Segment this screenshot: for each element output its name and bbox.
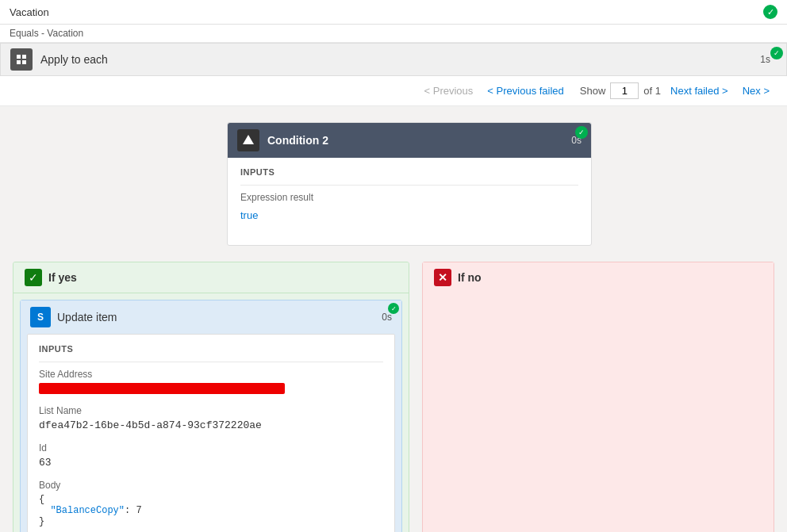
equals-vacation-label: Equals - Vacation [10,28,83,39]
expression-result-value: true [240,206,578,224]
next-button[interactable]: Nex > [738,83,774,98]
navigation-row: < Previous < Previous failed Show of 1 N… [0,76,787,106]
update-item-block: S Update item 0s ✓ INPUTS Site Address [20,300,402,532]
top-bar-left: Vacation [10,6,49,18]
svg-rect-0 [17,55,21,59]
id-field: Id 63 [39,442,383,469]
update-item-body: INPUTS Site Address List Name dfea47b2-1… [27,334,395,532]
if-yes-label: If yes [48,271,77,284]
svg-rect-1 [22,55,26,59]
show-label: Show [580,85,606,97]
svg-rect-2 [17,60,21,64]
main-content: Condition 2 0s ✓ INPUTS Expression resul… [0,106,787,532]
list-name-field: List Name dfea47b2-16be-4b5d-a874-93cf37… [39,405,383,431]
if-no-branch: ✕ If no [422,262,774,532]
update-item-title: Update item [57,311,375,323]
expression-result-label: Expression result [240,192,578,203]
condition2-block: Condition 2 0s ✓ INPUTS Expression resul… [227,122,592,246]
update-item-success: ✓ [388,303,399,314]
body-field: Body { "BalanceCopy": 7 } [39,480,383,527]
if-no-label: If no [458,271,482,284]
condition2-section-title: INPUTS [240,167,578,177]
previous-failed-button[interactable]: < Previous failed [482,83,568,98]
update-section-title: INPUTS [39,344,383,354]
update-item-header: S Update item 0s ✓ [21,300,401,334]
condition2-success: ✓ [575,126,588,139]
apply-each-success: ✓ [770,47,783,59]
apply-each-time: 1s [760,54,770,65]
apply-each-row[interactable]: Apply to each 1s ✓ [0,43,787,76]
success-indicator-top: ✓ [763,5,777,19]
if-no-icon: ✕ [434,269,451,286]
show-input[interactable] [610,82,639,99]
condition2-header: Condition 2 0s ✓ [228,123,591,158]
if-yes-branch: ✓ If yes S Update item 0s ✓ INPUTS Site … [13,262,409,532]
sharepoint-icon: S [30,307,51,327]
body-label: Body [39,480,383,491]
site-address-label: Site Address [39,369,383,380]
site-address-redacted [39,383,285,394]
if-no-header: ✕ If no [423,262,774,293]
if-yes-icon: ✓ [25,269,42,286]
vacation-title: Vacation [10,6,49,18]
svg-rect-3 [22,60,26,64]
apply-each-label: Apply to each [40,53,760,66]
condition2-icon [237,129,259,151]
list-name-label: List Name [39,405,383,416]
site-address-field: Site Address [39,369,383,394]
condition2-title: Condition 2 [267,134,563,147]
expression-result-field: Expression result true [240,192,578,224]
condition2-body: INPUTS Expression result true [228,158,591,245]
svg-marker-4 [243,135,254,144]
next-failed-button[interactable]: Next failed > [666,83,733,98]
id-value: 63 [39,457,383,469]
body-code: { "BalanceCopy": 7 } [39,494,383,527]
previous-button[interactable]: < Previous [420,83,478,98]
list-name-value: dfea47b2-16be-4b5d-a874-93cf372220ae [39,419,383,431]
of-label: of 1 [643,85,661,97]
branches-row: ✓ If yes S Update item 0s ✓ INPUTS Site … [13,262,774,532]
if-yes-header: ✓ If yes [13,262,409,293]
top-bar: Vacation ✓ [0,0,787,25]
id-label: Id [39,442,383,454]
apply-each-icon [10,48,33,71]
